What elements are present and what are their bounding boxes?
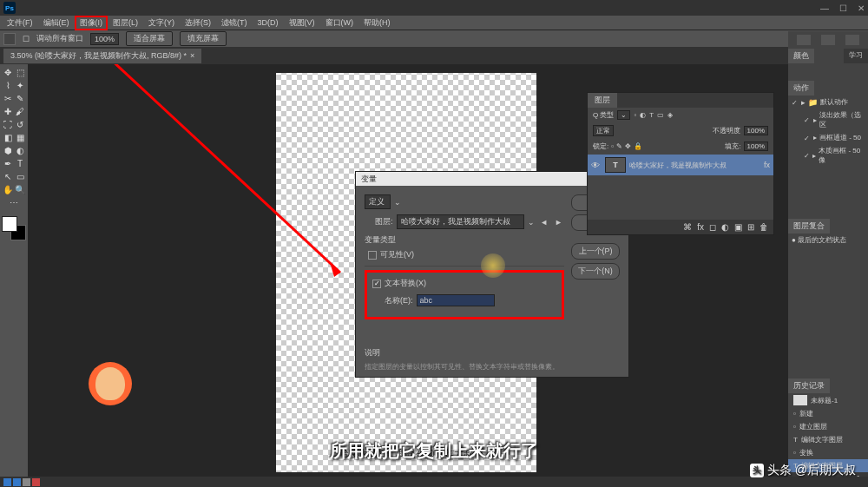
history-item[interactable]: ▫建立图层	[788, 420, 868, 433]
dodge-tool[interactable]: ◐	[14, 144, 26, 157]
taskbar-item[interactable]	[32, 478, 40, 486]
filter-pixel-icon[interactable]: ▫	[634, 111, 636, 119]
layer-filter-label: Q 类型	[593, 110, 614, 120]
history-item[interactable]: T编辑文字图层	[788, 433, 868, 446]
fill-field[interactable]: 100%	[744, 141, 768, 151]
layer-next-arrow[interactable]: ►	[553, 218, 564, 227]
color-panel-tab[interactable]: 颜色	[788, 49, 814, 63]
stamp-tool[interactable]: ⛶	[2, 118, 14, 131]
learn-tab[interactable]: 学习	[844, 49, 868, 63]
text-replace-checkbox[interactable]	[372, 280, 381, 288]
crop-tool[interactable]: ✂	[2, 92, 14, 105]
document-tab-close[interactable]: ×	[190, 51, 194, 60]
layer-thumbnail[interactable]: T	[605, 157, 626, 173]
layer-name[interactable]: 哈喽大家好，我是视频制作大叔	[629, 161, 727, 170]
wand-tool[interactable]: ✦	[14, 79, 26, 92]
menu-image[interactable]: 图像(I)	[75, 16, 108, 30]
brush-tool[interactable]: 🖌	[14, 105, 26, 118]
history-item[interactable]: ▫新建	[788, 407, 868, 420]
menu-select[interactable]: 选择(S)	[180, 16, 216, 30]
hand-tool[interactable]: ✋	[2, 183, 14, 196]
panel-icon[interactable]	[845, 35, 859, 45]
menu-help[interactable]: 帮助(H)	[358, 16, 396, 30]
opacity-field[interactable]: 100%	[744, 126, 768, 135]
heal-tool[interactable]: ✚	[2, 105, 14, 118]
lasso-tool[interactable]: ⌇	[2, 79, 14, 92]
layer-comps-tab[interactable]: 图层复合	[788, 219, 830, 234]
layer-mask-icon[interactable]: ◻	[709, 222, 716, 232]
layer-dropdown[interactable]: 哈喽大家好，我是视频制作大叔	[397, 214, 525, 229]
minimize-button[interactable]: —	[820, 3, 829, 13]
filter-smart-icon[interactable]: ◈	[667, 111, 673, 119]
blur-tool[interactable]: ⬢	[2, 144, 14, 157]
shape-tool[interactable]: ▭	[14, 170, 26, 183]
pen-tool[interactable]: ✒	[2, 157, 14, 170]
layer-group-icon[interactable]: ▣	[734, 222, 742, 232]
edit-toolbar[interactable]: ⋯	[2, 196, 26, 209]
action-row[interactable]: ✓▸木质画框 - 50 像	[788, 144, 868, 167]
document-tab[interactable]: 3.50% (哈喽大家好，我是视频制作大叔, RGB/8#) * ×	[3, 49, 201, 63]
eraser-tool[interactable]: ◧	[2, 131, 14, 144]
history-brush-tool[interactable]: ↺	[14, 118, 26, 131]
lock-position-icon[interactable]: ✥	[625, 142, 631, 150]
menu-view[interactable]: 视图(V)	[284, 16, 320, 30]
taskbar-item[interactable]	[13, 478, 21, 486]
history-panel-tab[interactable]: 历史记录	[788, 378, 830, 393]
layer-style-icon[interactable]: fx	[697, 222, 704, 232]
taskbar-item[interactable]	[23, 478, 30, 486]
visibility-toggle-icon[interactable]: 👁	[591, 161, 602, 170]
type-tool[interactable]: T	[14, 157, 26, 170]
next-button[interactable]: 下一个(N)	[571, 263, 620, 280]
layer-prev-arrow[interactable]: ◄	[538, 218, 549, 227]
history-item[interactable]: ▫变换	[788, 446, 868, 459]
menu-window[interactable]: 窗口(W)	[320, 16, 359, 30]
menu-type[interactable]: 文字(Y)	[143, 16, 180, 30]
lock-image-icon[interactable]: ✎	[616, 142, 622, 150]
foreground-color-swatch[interactable]	[2, 216, 17, 232]
fit-screen-button[interactable]: 适合屏幕	[126, 31, 173, 46]
layer-fx-icon[interactable]: fx	[764, 161, 770, 169]
color-swatches[interactable]	[2, 216, 26, 240]
adjustment-layer-icon[interactable]: ◐	[721, 222, 729, 232]
layers-tab[interactable]: 图层	[588, 93, 617, 108]
name-input[interactable]	[417, 294, 495, 306]
menu-3d[interactable]: 3D(D)	[253, 17, 284, 28]
panel-icon[interactable]	[821, 35, 835, 45]
fill-screen-button[interactable]: 填充屏幕	[180, 31, 227, 46]
layer-row[interactable]: 👁 T 哈喽大家好，我是视频制作大叔 fx	[588, 155, 773, 175]
marquee-tool[interactable]: ⬚	[14, 66, 26, 79]
action-set-row[interactable]: ✓▸ 📁默认动作	[788, 95, 868, 109]
menu-file[interactable]: 文件(F)	[2, 16, 38, 30]
action-row[interactable]: ✓▸淡出效果（选区	[788, 109, 868, 131]
lock-transparency-icon[interactable]: ▫	[611, 142, 614, 150]
tool-preset-icon[interactable]	[3, 33, 16, 45]
menu-filter[interactable]: 滤镜(T)	[216, 16, 253, 30]
visibility-checkbox[interactable]	[368, 251, 377, 260]
action-row[interactable]: ✓▸画框通道 - 50	[788, 131, 868, 144]
taskbar-item[interactable]	[3, 478, 11, 486]
eyedropper-tool[interactable]: ✎	[14, 92, 26, 105]
zoom-tool[interactable]: 🔍	[14, 183, 26, 196]
path-tool[interactable]: ↖	[2, 170, 14, 183]
layer-comp-row[interactable]: ● 最后的文档状态	[788, 234, 868, 247]
history-snapshot[interactable]: 未标题-1	[788, 393, 868, 407]
menu-layer[interactable]: 图层(L)	[108, 16, 143, 30]
close-button[interactable]: ✕	[858, 3, 865, 13]
filter-type-icon[interactable]: T	[649, 111, 654, 119]
move-tool[interactable]: ✥	[2, 66, 14, 79]
gradient-tool[interactable]: ▦	[14, 131, 26, 144]
panel-icon[interactable]	[797, 35, 811, 45]
new-layer-icon[interactable]: ⊞	[747, 222, 754, 232]
menu-edit[interactable]: 编辑(E)	[38, 16, 75, 30]
lock-all-icon[interactable]: 🔒	[634, 142, 642, 150]
link-layers-icon[interactable]: ⌘	[683, 222, 692, 232]
filter-adjust-icon[interactable]: ◐	[640, 111, 646, 119]
filter-shape-icon[interactable]: ▭	[657, 111, 664, 119]
delete-layer-icon[interactable]: 🗑	[760, 222, 768, 232]
actions-panel-tab[interactable]: 动作	[788, 81, 814, 95]
define-dropdown[interactable]: 定义	[365, 194, 391, 209]
zoom-field[interactable]: 100%	[90, 33, 119, 45]
maximize-button[interactable]: ☐	[839, 3, 847, 13]
prev-button[interactable]: 上一个(P)	[571, 243, 620, 260]
blend-mode-dropdown[interactable]: 正常	[593, 125, 614, 136]
